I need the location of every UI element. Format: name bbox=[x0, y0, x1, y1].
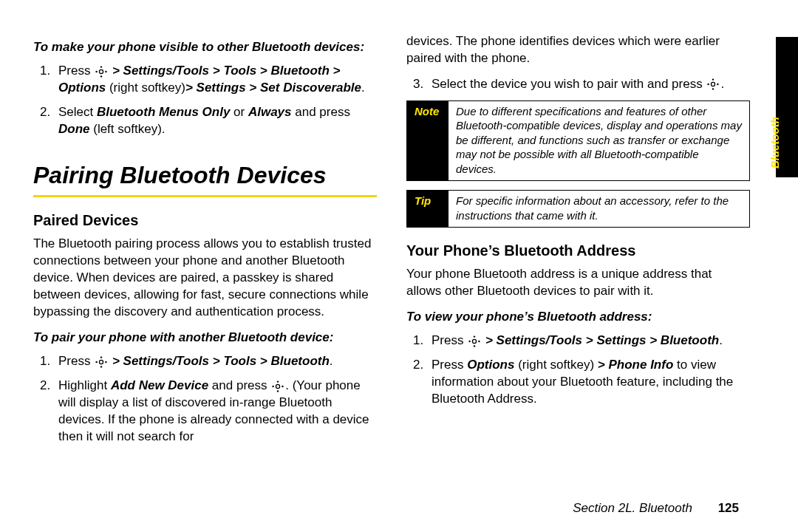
nav-key-icon bbox=[95, 356, 107, 368]
side-tab-bluetooth: Bluetooth bbox=[776, 37, 798, 177]
heading-rule bbox=[33, 195, 377, 197]
subheading-paired: Paired Devices bbox=[33, 211, 377, 230]
paired-description: The Bluetooth pairing process allows you… bbox=[33, 236, 377, 321]
note-callout: Note Due to different specifications and… bbox=[406, 100, 750, 182]
view-steps: Press > Settings/Tools > Settings > Blue… bbox=[406, 332, 750, 408]
step-2: Select Bluetooth Menus Only or Always an… bbox=[54, 104, 377, 138]
view-step-1: Press > Settings/Tools > Settings > Blue… bbox=[427, 332, 750, 349]
pair-steps-cont: Select the device you wish to pair with … bbox=[406, 76, 750, 93]
note-text: Due to different specifications and feat… bbox=[449, 101, 749, 181]
note-label: Note bbox=[407, 101, 449, 181]
continuation-text: devices. The phone identifies devices wh… bbox=[406, 33, 750, 67]
pair-steps: Press > Settings/Tools > Tools > Bluetoo… bbox=[33, 353, 377, 446]
footer-section: Section 2L. Bluetooth bbox=[573, 501, 692, 515]
instruction-lead: To make your phone visible to other Blue… bbox=[33, 39, 377, 55]
visible-steps: Press > Settings/Tools > Tools > Bluetoo… bbox=[33, 63, 377, 138]
nav-key-icon bbox=[95, 66, 107, 78]
nav-key-icon bbox=[707, 78, 719, 90]
subheading-address: Your Phone’s Bluetooth Address bbox=[406, 241, 750, 260]
view-step-2: Press Options (right softkey) > Phone In… bbox=[427, 357, 750, 408]
right-column: devices. The phone identifies devices wh… bbox=[406, 33, 750, 453]
nav-key-icon bbox=[468, 335, 480, 347]
pair-step-3: Select the device you wish to pair with … bbox=[427, 76, 750, 93]
pair-lead: To pair your phone with another Bluetoot… bbox=[33, 330, 377, 346]
left-column: To make your phone visible to other Blue… bbox=[33, 33, 377, 453]
address-description: Your phone Bluetooth address is a unique… bbox=[406, 266, 750, 300]
nav-key-icon bbox=[272, 381, 284, 392]
tip-label: Tip bbox=[407, 191, 449, 227]
view-lead: To view your phone’s Bluetooth address: bbox=[406, 309, 750, 325]
footer-page-number: 125 bbox=[718, 501, 739, 515]
page-footer: Section 2L. Bluetooth 125 bbox=[573, 501, 739, 516]
pair-step-2: Highlight Add New Device and press . (Yo… bbox=[54, 378, 377, 446]
pair-step-1: Press > Settings/Tools > Tools > Bluetoo… bbox=[54, 353, 377, 370]
tip-callout: Tip For specific information about an ac… bbox=[406, 190, 750, 228]
step-1: Press > Settings/Tools > Tools > Bluetoo… bbox=[54, 63, 377, 97]
side-tab-label: Bluetooth bbox=[768, 117, 781, 168]
tip-text: For specific information about an access… bbox=[449, 191, 749, 227]
section-heading: Pairing Bluetooth Devices bbox=[33, 160, 377, 191]
